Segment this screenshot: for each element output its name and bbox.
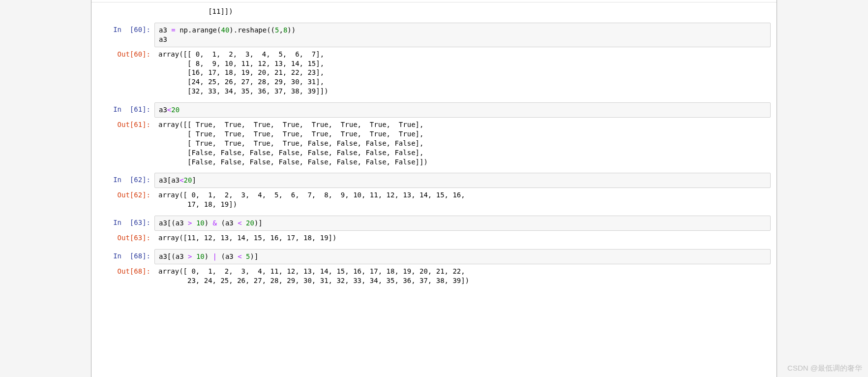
in-prompt-63: In [63]: bbox=[91, 216, 154, 226]
out-prompt-68: Out[68]: bbox=[91, 264, 154, 275]
out-prompt-61: Out[61]: bbox=[91, 118, 154, 128]
cell-61: In [61]: a3<20 Out[61]: array([[ True, T… bbox=[91, 100, 777, 171]
out-prompt-60: Out[60]: bbox=[91, 47, 154, 58]
in-prompt-60: In [60]: bbox=[91, 23, 154, 33]
out-content-63: array([11, 12, 13, 14, 15, 16, 17, 18, 1… bbox=[154, 231, 771, 245]
out-prompt-62: Out[62]: bbox=[91, 188, 154, 199]
page: [11]]) In [60]: a3 = np.arange(40).resha… bbox=[0, 0, 868, 377]
out-content-60: array([[ 0, 1, 2, 3, 4, 5, 6, 7], [ 8, 9… bbox=[154, 47, 771, 98]
out-prompt-fragment bbox=[91, 4, 154, 7]
out-content-61: array([[ True, True, True, True, True, T… bbox=[154, 118, 771, 169]
code-input-61[interactable]: a3<20 bbox=[154, 102, 771, 118]
in-prompt-68: In [68]: bbox=[91, 249, 154, 260]
code-input-68[interactable]: a3[(a3 > 10) | (a3 < 5)] bbox=[154, 249, 771, 264]
out-prompt-63: Out[63]: bbox=[91, 231, 154, 242]
code-input-62[interactable]: a3[a3<20] bbox=[154, 173, 771, 188]
in-prompt-61: In [61]: bbox=[91, 102, 154, 113]
cell-out-fragment: [11]]) bbox=[91, 2, 777, 21]
notebook-container: [11]]) In [60]: a3 = np.arange(40).resha… bbox=[91, 0, 777, 377]
in-prompt-62: In [62]: bbox=[91, 173, 154, 184]
out-content-fragment: [11]]) bbox=[154, 4, 771, 19]
code-input-60[interactable]: a3 = np.arange(40).reshape((5,8)) a3 bbox=[154, 23, 771, 47]
cell-68: In [68]: a3[(a3 > 10) | (a3 < 5)] Out[68… bbox=[91, 247, 777, 290]
out-content-68: array([ 0, 1, 2, 3, 4, 11, 12, 13, 14, 1… bbox=[154, 264, 771, 288]
cell-60: In [60]: a3 = np.arange(40).reshape((5,8… bbox=[91, 21, 777, 100]
cell-63: In [63]: a3[(a3 > 10) & (a3 < 20)] Out[6… bbox=[91, 214, 777, 247]
cell-62: In [62]: a3[a3<20] Out[62]: array([ 0, 1… bbox=[91, 171, 777, 214]
code-input-63[interactable]: a3[(a3 > 10) & (a3 < 20)] bbox=[154, 216, 771, 231]
out-content-62: array([ 0, 1, 2, 3, 4, 5, 6, 7, 8, 9, 10… bbox=[154, 188, 771, 212]
